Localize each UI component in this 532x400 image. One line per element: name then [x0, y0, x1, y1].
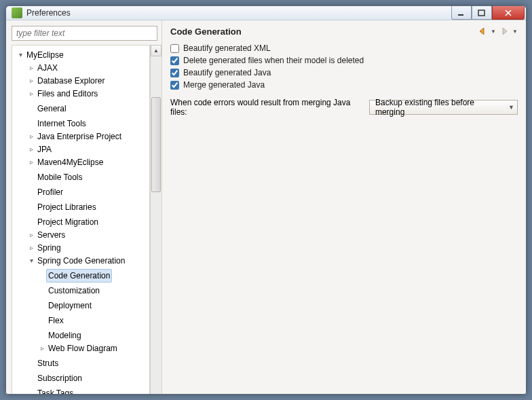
tree-item-spring[interactable]: ▹Spring — [27, 242, 66, 254]
merge-errors-row: When code errors would result from mergi… — [170, 98, 518, 117]
page-title: Code Generation — [170, 26, 477, 37]
checkbox-beautify-xml-input[interactable] — [170, 44, 179, 53]
tree-item-project-migration[interactable]: Project Migration — [27, 216, 103, 228]
chevron-down-icon: ▼ — [508, 104, 514, 111]
preferences-tree[interactable]: ▾MyEclipse ▹AJAX ▹Database Explorer ▹Fil… — [12, 45, 150, 395]
tree-item-internet-tools[interactable]: Internet Tools — [27, 117, 91, 130]
checkbox-merge-java-input[interactable] — [170, 81, 179, 90]
close-button[interactable] — [492, 6, 525, 20]
checkbox-delete-generated[interactable]: Delete generated files when their model … — [170, 56, 518, 65]
tree-item-code-generation[interactable]: Code Generation — [38, 270, 115, 282]
checkbox-beautify-java-input[interactable] — [170, 69, 179, 77]
back-icon[interactable] — [477, 26, 488, 37]
tree-item-project-libraries[interactable]: Project Libraries — [27, 201, 101, 213]
tree-item-maven[interactable]: ▹Maven4MyEclipse — [27, 156, 108, 168]
page-header: Code Generation ▼ ▼ — [170, 26, 518, 37]
forward-menu-icon[interactable]: ▼ — [512, 26, 518, 37]
checkbox-beautify-java[interactable]: Beautify generated Java — [170, 68, 518, 77]
titlebar[interactable]: Preferences — [6, 6, 526, 20]
tree-item-servers[interactable]: ▹Servers — [27, 229, 70, 241]
tree-item-deployment[interactable]: Deployment — [38, 299, 96, 312]
back-menu-icon[interactable]: ▼ — [491, 26, 496, 37]
tree-item-mobile-tools[interactable]: Mobile Tools — [27, 171, 87, 183]
tree-item-database-explorer[interactable]: ▹Database Explorer — [27, 75, 109, 87]
tree-wrap: ▾MyEclipse ▹AJAX ▹Database Explorer ▹Fil… — [12, 45, 162, 395]
tree-item-customization[interactable]: Customization — [38, 285, 104, 297]
minimize-button[interactable] — [451, 6, 472, 20]
tree-item-flex[interactable]: Flex — [38, 314, 69, 327]
tree-item-web-flow-diagram[interactable]: ▹Web Flow Diagram — [38, 342, 122, 354]
tree-item-myeclipse[interactable]: ▾MyEclipse — [16, 49, 69, 61]
tree-item-ajax[interactable]: ▹AJAX — [27, 62, 62, 74]
tree-item-files-editors[interactable]: ▹Files and Editors — [27, 88, 102, 100]
tree-scrollbar[interactable]: ▲ ▼ — [150, 45, 162, 395]
page-nav-icons: ▼ ▼ — [477, 26, 518, 37]
merge-errors-combo[interactable]: Backup existing files before merging ▼ — [369, 100, 518, 115]
svg-rect-1 — [478, 10, 484, 16]
tree-item-struts[interactable]: Struts — [27, 357, 63, 369]
tree-item-jpa[interactable]: ▹JPA — [27, 143, 56, 156]
dialog-body: ▾MyEclipse ▹AJAX ▹Database Explorer ▹Fil… — [6, 20, 526, 395]
tree-item-subscription[interactable]: Subscription — [27, 372, 87, 384]
checkbox-merge-java[interactable]: Merge generated Java — [170, 80, 518, 90]
tree-item-spring-code-gen[interactable]: ▾Spring Code Generation — [27, 255, 130, 267]
tree-item-profiler[interactable]: Profiler — [27, 186, 68, 198]
checkbox-beautify-xml[interactable]: Beautify generated XML — [170, 43, 518, 53]
content-row: ▾MyEclipse ▹AJAX ▹Database Explorer ▹Fil… — [6, 20, 526, 395]
svg-rect-0 — [458, 14, 463, 16]
tree-item-general[interactable]: General — [27, 103, 71, 115]
maximize-button[interactable] — [472, 6, 492, 20]
scroll-track[interactable] — [151, 56, 162, 395]
options-group: Beautify generated XML Delete generated … — [170, 43, 518, 90]
window-title: Preferences — [26, 8, 451, 18]
preferences-window: Preferences ▾MyEclipse ▹AJAX — [5, 5, 527, 395]
tree-item-modeling[interactable]: Modeling — [38, 329, 86, 342]
forward-icon[interactable] — [499, 26, 510, 37]
checkbox-delete-generated-input[interactable] — [170, 56, 179, 65]
window-buttons — [451, 6, 525, 20]
right-pane: Code Generation ▼ ▼ Beautify generated X… — [162, 20, 526, 395]
merge-errors-label: When code errors would result from mergi… — [170, 98, 365, 117]
scroll-up-button[interactable]: ▲ — [151, 45, 162, 56]
tree-item-jee-project[interactable]: ▹Java Enterprise Project — [27, 130, 126, 143]
filter-input[interactable] — [12, 26, 157, 41]
left-pane: ▾MyEclipse ▹AJAX ▹Database Explorer ▹Fil… — [6, 20, 162, 395]
merge-errors-value: Backup existing files before merging — [375, 98, 503, 117]
scroll-thumb[interactable] — [151, 97, 161, 192]
tree-item-task-tags[interactable]: Task Tags — [27, 387, 78, 395]
app-icon — [12, 7, 22, 18]
